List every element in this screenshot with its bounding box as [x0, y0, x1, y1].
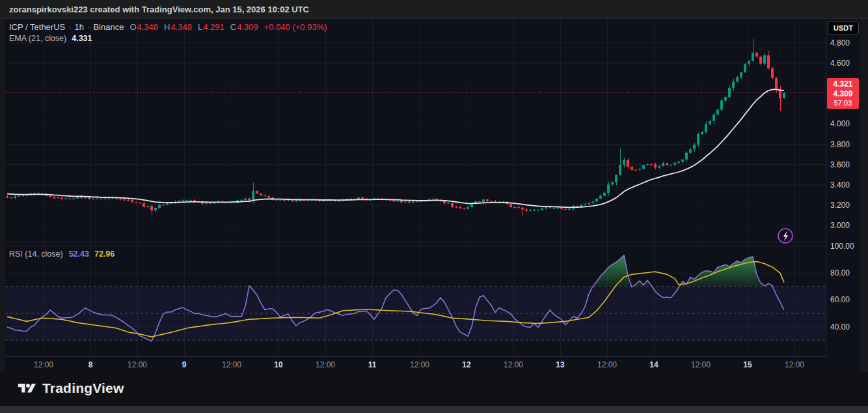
high-label: H	[164, 22, 170, 32]
price-axis-tick: 3.200	[830, 200, 850, 210]
rsi-value: 52.43	[69, 249, 89, 259]
left-margin	[0, 19, 5, 372]
time-axis-hour-tick: 12:00	[785, 360, 804, 370]
time-axis-day-tick: 13	[556, 360, 564, 370]
footer: TradingView	[0, 372, 868, 406]
time-axis-hour-tick: 12:00	[597, 360, 617, 370]
tradingview-logo[interactable]: TradingView	[18, 380, 124, 396]
price-axis[interactable]: USDT 4.321 4.309 57:03 4.8004.6004.0003.…	[826, 19, 860, 372]
price-axis-tick: 3.600	[830, 160, 850, 170]
close-label: C	[230, 22, 236, 32]
price-axis-tick: 3.000	[830, 220, 850, 231]
change-value: +0.040 (+0.93%)	[264, 22, 327, 32]
time-axis-day-tick: 14	[649, 360, 658, 370]
time-axis-day-tick: 12	[462, 360, 470, 370]
high-value: 4.348	[170, 22, 192, 32]
rsi-label: RSI (14, close)	[9, 249, 63, 259]
bottom-strip	[0, 406, 868, 413]
interval-label: 1h	[75, 22, 84, 32]
ema-value: 4.331	[72, 34, 92, 43]
right-margin	[860, 19, 868, 372]
time-axis[interactable]: 12:00812:00912:001012:001112:001212:0013…	[0, 358, 826, 371]
time-axis-hour-tick: 12:00	[504, 360, 523, 370]
chart-area: ICP / TetherUS·1h·BinanceO4.348H4.348L4.…	[0, 19, 868, 372]
time-axis-day-tick: 10	[274, 360, 282, 370]
rsi-legend[interactable]: RSI (14, close)52.4372.96	[9, 249, 115, 259]
attribution-text: zoranspirkovski223 created with TradingV…	[9, 5, 309, 14]
ema-legend[interactable]: EMA (21, close)4.331	[9, 34, 92, 43]
close-value: 4.309	[237, 22, 258, 32]
price-axis-tick: 4.800	[830, 38, 850, 48]
tradingview-screenshot: zoranspirkovski223 created with TradingV…	[0, 0, 868, 413]
time-axis-hour-tick: 12:00	[222, 360, 241, 370]
legend-separator: ·	[87, 22, 90, 32]
badge-countdown: 57:03	[827, 99, 859, 107]
symbol-name: ICP / TetherUS	[9, 22, 65, 32]
badge-upper-price: 4.321	[827, 79, 859, 89]
rsi-axis-tick: 60.00	[830, 294, 850, 305]
time-axis-hour-tick: 12:00	[34, 360, 53, 370]
low-value: 4.291	[203, 22, 224, 32]
price-axis-tick: 4.000	[830, 119, 850, 129]
time-axis-hour-tick: 12:00	[691, 360, 711, 370]
symbol-legend[interactable]: ICP / TetherUS·1h·BinanceO4.348H4.348L4.…	[9, 22, 327, 32]
time-axis-day-tick: 8	[88, 360, 93, 370]
tradingview-logo-mark	[18, 381, 36, 396]
price-axis-tick: 3.800	[830, 139, 850, 150]
time-axis-day-tick: 15	[743, 360, 752, 370]
open-value: 4.348	[137, 22, 159, 32]
open-label: O	[129, 22, 136, 32]
low-label: L	[198, 22, 202, 32]
rsi-axis-tick: 40.00	[830, 322, 850, 332]
legend-separator: ·	[68, 22, 71, 32]
current-price-badge: 4.321 4.309 57:03	[827, 78, 859, 109]
chart-canvas[interactable]	[0, 19, 826, 371]
rsi-axis-tick: 80.00	[830, 268, 850, 278]
price-axis-tick: 3.400	[830, 180, 850, 190]
time-axis-hour-tick: 12:00	[410, 360, 429, 370]
time-axis-day-tick: 9	[182, 360, 187, 370]
time-axis-hour-tick: 12:00	[128, 360, 147, 370]
rsi-axis-tick: 100.00	[830, 241, 854, 251]
exchange-label: Binance	[93, 22, 124, 32]
rsi-ma-value: 72.96	[94, 249, 115, 259]
time-axis-hour-tick: 12:00	[316, 360, 335, 370]
badge-last-price: 4.309	[827, 89, 859, 99]
currency-button[interactable]: USDT	[828, 21, 859, 35]
ema-label: EMA (21, close)	[9, 34, 66, 43]
attribution-bar: zoranspirkovski223 created with TradingV…	[0, 0, 868, 19]
brand-name: TradingView	[42, 380, 124, 396]
lightning-boost-button[interactable]	[778, 229, 793, 243]
time-axis-day-tick: 11	[368, 360, 377, 370]
price-axis-tick: 4.600	[830, 58, 850, 68]
